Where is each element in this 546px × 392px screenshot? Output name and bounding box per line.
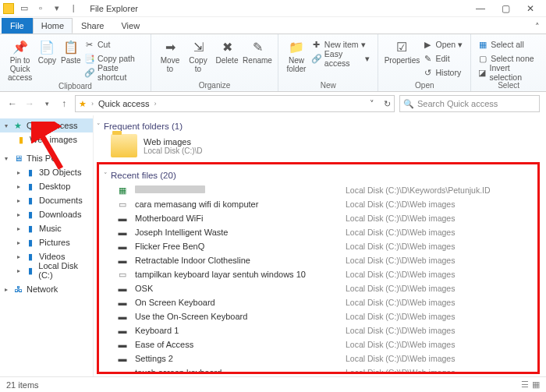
qat-props-icon[interactable]: ▭	[19, 3, 30, 14]
folder-large-icon	[111, 134, 137, 157]
sidebar-item[interactable]: ▸▮Desktop	[0, 179, 93, 193]
thumbnails-view-button[interactable]: ▦	[532, 380, 540, 390]
properties-button[interactable]: ☑Properties	[383, 36, 420, 65]
qat-new-icon[interactable]: ▫	[35, 3, 46, 14]
tab-file[interactable]: File	[2, 18, 33, 34]
recent-file-row[interactable]: ▬Settings 2Local Disk (C:)\D\Web images	[104, 351, 533, 366]
group-label-select: Select	[476, 81, 541, 91]
copy-to-button[interactable]: ⇲Copy to	[184, 36, 212, 73]
star-icon: ★	[12, 120, 23, 131]
copy-button[interactable]: 📄 Copy	[35, 36, 58, 65]
frequent-folder-name: Web images	[144, 137, 203, 147]
drive-icon: ▮	[25, 195, 36, 206]
ribbon-collapse-icon[interactable]: ˄	[529, 20, 546, 34]
status-bar: 21 items ☰ ▦	[0, 376, 546, 392]
sidebar-quick-access[interactable]: ▾★ Quick access	[0, 118, 93, 132]
group-new: 📁New folder ✚New item▾ 🔗Easy access▾ New	[278, 34, 378, 91]
rename-icon: ✎	[247, 37, 268, 56]
file-icon: ▬	[116, 213, 129, 224]
history-icon: ↺	[422, 67, 433, 78]
pin-quick-access-button[interactable]: 📌 Pin to Quick access	[5, 36, 35, 82]
ribbon-tabs: File Home Share View ˄	[0, 17, 546, 34]
recent-file-row[interactable]: ▭tampilkan keyboard layar sentuh windows…	[104, 267, 533, 281]
recent-file-row[interactable]: ▬On Screen KeyboardLocal Disk (C:)\D\Web…	[104, 295, 533, 309]
recent-locations-button[interactable]: ▾	[41, 97, 53, 110]
qat-dropdown-icon[interactable]: ▾	[51, 3, 62, 14]
paste-shortcut-button[interactable]: 🔗Paste shortcut	[84, 66, 143, 79]
sidebar-item[interactable]: ▸▮Music	[0, 221, 93, 235]
recent-file-path: Local Disk (C:)\D\Web images	[346, 214, 455, 223]
recent-header[interactable]: ˅ Recent files (20)	[104, 171, 533, 180]
sidebar-item[interactable]: ▸▮Local Disk (C:)	[0, 263, 93, 277]
recent-file-name: Joseph Intelligent Waste	[135, 228, 346, 237]
ribbon: 📌 Pin to Quick access 📄 Copy 📋 Paste ✂Cu…	[0, 34, 546, 92]
search-box[interactable]: 🔍 Search Quick access	[399, 95, 540, 112]
forward-button[interactable]: →	[23, 97, 36, 110]
delete-button[interactable]: ✖Delete	[212, 36, 242, 65]
item-count: 21 items	[6, 380, 39, 390]
up-button[interactable]: ↑	[58, 97, 70, 110]
recent-file-row[interactable]: ▬touch screen keyboardLocal Disk (C:)\D\…	[104, 366, 533, 374]
minimize-button[interactable]: —	[468, 1, 493, 16]
file-icon: ▬	[116, 283, 129, 294]
select-all-button[interactable]: ▦Select all	[477, 38, 538, 51]
recent-file-row[interactable]: ▬OSKLocal Disk (C:)\D\Web images	[104, 281, 533, 295]
open-button[interactable]: ▶Open▾	[422, 38, 463, 51]
properties-icon: ☑	[392, 37, 412, 56]
recent-file-name: cara memasang wifi di komputer	[135, 200, 346, 209]
tab-home[interactable]: Home	[33, 18, 73, 34]
tab-view[interactable]: View	[112, 18, 148, 34]
recent-file-row[interactable]: ▬Use the On-Screen KeyboardLocal Disk (C…	[104, 309, 533, 323]
navigation-pane[interactable]: ▾★ Quick access ▮ Web images ▾🖥 This PC …	[0, 115, 94, 376]
copy-icon: 📄	[37, 37, 57, 56]
window-title: File Explorer	[90, 4, 138, 13]
close-button[interactable]: ✕	[518, 1, 543, 16]
history-button[interactable]: ↺History	[422, 66, 463, 79]
address-bar[interactable]: ★ › Quick access › ˅ ↻	[75, 95, 395, 112]
drive-icon: ▮	[25, 251, 36, 262]
quick-access-toolbar: ▭ ▫ ▾ |	[19, 3, 82, 14]
tab-share[interactable]: Share	[73, 18, 112, 34]
sidebar-item[interactable]: ▸▮3D Objects	[0, 165, 93, 179]
recent-file-row[interactable]: ▬Keyboard 1Local Disk (C:)\D\Web images	[104, 323, 533, 337]
group-select: ▦Select all ▢Select none ◪Invert selecti…	[471, 34, 546, 91]
refresh-button[interactable]: ↻	[384, 99, 391, 109]
recent-file-row[interactable]: ▭cara memasang wifi di komputerLocal Dis…	[104, 197, 533, 211]
breadcrumb[interactable]: Quick access	[98, 99, 149, 108]
maximize-button[interactable]: ▢	[493, 1, 518, 16]
frequent-folder-item[interactable]: Web images Local Disk (C:)\D	[111, 134, 540, 157]
group-label-clipboard: Clipboard	[5, 82, 146, 92]
cut-button[interactable]: ✂Cut	[84, 38, 143, 51]
frequent-header[interactable]: ˅ Frequent folders (1)	[97, 122, 540, 131]
sidebar-item[interactable]: ▸▮Documents	[0, 193, 93, 207]
invert-selection-button[interactable]: ◪Invert selection	[477, 66, 538, 79]
sidebar-item[interactable]: ▸▮Downloads	[0, 207, 93, 221]
file-icon: ▬	[116, 227, 129, 238]
edit-button[interactable]: ✎Edit	[422, 52, 463, 65]
pc-icon: 🖥	[12, 153, 23, 164]
recent-file-row[interactable]: ▬Motherboard WiFiLocal Disk (C:)\D\Web i…	[104, 211, 533, 225]
rename-button[interactable]: ✎Rename	[242, 36, 273, 65]
sidebar-network[interactable]: ▸🖧 Network	[0, 282, 93, 296]
sidebar-this-pc[interactable]: ▾🖥 This PC	[0, 151, 93, 165]
sidebar-item[interactable]: ▸▮Pictures	[0, 235, 93, 249]
recent-file-row[interactable]: ▬Retractable Indoor ClotheslineLocal Dis…	[104, 253, 533, 267]
sidebar-web-images[interactable]: ▮ Web images	[0, 132, 93, 147]
title-bar: ▭ ▫ ▾ | File Explorer — ▢ ✕	[0, 0, 546, 17]
recent-file-row[interactable]: ▦Local Disk (C:)\D\Keywords\Petunjuk.ID	[104, 183, 533, 197]
paste-button[interactable]: 📋 Paste	[59, 36, 83, 65]
recent-file-row[interactable]: ▬Joseph Intelligent WasteLocal Disk (C:)…	[104, 225, 533, 239]
recent-file-row[interactable]: ▬Ease of AccessLocal Disk (C:)\D\Web ima…	[104, 337, 533, 351]
recent-file-name: Motherboard WiFi	[135, 214, 346, 223]
move-icon: ➡	[160, 37, 180, 56]
file-icon: ▬	[116, 311, 129, 322]
recent-file-row[interactable]: ▬Flicker Free BenQLocal Disk (C:)\D\Web …	[104, 239, 533, 253]
easy-access-button[interactable]: 🔗Easy access▾	[311, 52, 370, 65]
move-to-button[interactable]: ➡Move to	[156, 36, 184, 73]
details-view-button[interactable]: ☰	[521, 380, 529, 390]
content-pane[interactable]: ˅ Frequent folders (1) Web images Local …	[94, 115, 546, 376]
new-folder-button[interactable]: 📁New folder	[283, 36, 310, 73]
recent-file-name: tampilkan keyboard layar sentuh windows …	[135, 270, 346, 279]
back-button[interactable]: ←	[6, 97, 19, 110]
address-dropdown-icon[interactable]: ˅	[370, 99, 374, 109]
